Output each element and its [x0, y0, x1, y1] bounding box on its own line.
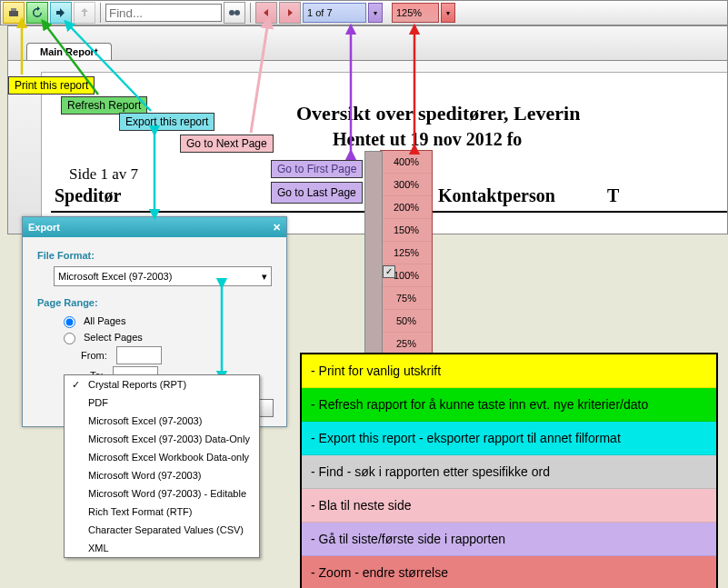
zoom-option[interactable]: 200% [381, 196, 432, 219]
format-option[interactable]: XML [65, 539, 259, 557]
binoculars-icon [228, 6, 241, 19]
format-option[interactable]: Microsoft Excel (97-2003) [65, 412, 259, 430]
zoom-dropdown[interactable]: ▾ [441, 3, 455, 23]
report-title: Oversikt over speditører, Leverin [296, 102, 728, 125]
format-option[interactable]: Microsoft Word (97-2003) [65, 466, 259, 484]
column-t: T [607, 185, 619, 206]
format-option[interactable]: Character Separated Values (CSV) [65, 521, 259, 539]
refresh-icon [31, 6, 44, 19]
tab-main-report[interactable]: Main Report [26, 43, 112, 61]
export-title: Export [28, 222, 60, 233]
zoom-text: 125% [396, 7, 422, 18]
format-option[interactable]: Microsoft Excel (97-2003) Data-Only [65, 430, 259, 448]
legend-row: - Refresh rapport for å kunne taste inn … [302, 388, 716, 422]
printer-icon [7, 6, 20, 19]
radio-select-pages[interactable] [64, 333, 75, 344]
find-input[interactable] [105, 4, 222, 22]
from-label: From: [81, 350, 107, 361]
callout-last: Go to Last Page [271, 182, 363, 204]
callout-export: Export this report [119, 113, 214, 131]
format-dropdown-list[interactable]: Crystal Reports (RPT)PDFMicrosoft Excel … [64, 374, 260, 558]
column-speditor: Speditør [55, 185, 121, 206]
legend-row: - Find - søk i rapporten etter spesifikk… [302, 455, 716, 489]
page-next-icon [284, 6, 296, 19]
svg-point-2 [229, 10, 234, 15]
svg-rect-0 [9, 11, 18, 16]
upload-button[interactable] [74, 2, 95, 24]
page-indicator-text: 1 of 7 [307, 7, 333, 18]
file-format-label: File Format: [37, 250, 272, 261]
export-titlebar: Export ✕ [23, 217, 286, 237]
zoom-checkmark: ✓ [383, 265, 395, 278]
separator [250, 3, 251, 23]
svg-rect-1 [11, 8, 16, 11]
toolbar: 1 of 7 ▾ 125% ▾ [0, 0, 728, 25]
upload-icon [78, 6, 91, 19]
format-option[interactable]: Microsoft Word (97-2003) - Editable [65, 484, 259, 503]
format-option[interactable]: Microsoft Excel Workbook Data-only [65, 448, 259, 466]
column-kontakt: Kontaktperson [438, 185, 555, 206]
report-subtitle: Hentet ut 19 nov 2012 fo [333, 129, 728, 150]
file-format-value: Microsoft Excel (97-2003) [58, 271, 172, 282]
tab-bar: Main Report [7, 25, 728, 62]
format-option[interactable]: PDF [65, 394, 259, 412]
export-icon [55, 6, 67, 19]
zoom-option[interactable]: 400% [381, 151, 432, 174]
legend-row: - Zoom - endre størrelse [302, 556, 716, 588]
zoom-option[interactable]: 75% [381, 287, 432, 310]
radio-all-pages[interactable] [64, 316, 75, 328]
callout-print: Print this report [8, 76, 95, 95]
zoom-indicator[interactable]: 125% [392, 3, 439, 23]
chevron-down-icon: ▾ [262, 271, 267, 283]
select-pages-label: Select Pages [84, 332, 143, 343]
callout-first: Go to First Page [271, 160, 363, 178]
next-page-button[interactable] [279, 2, 301, 24]
zoom-option[interactable]: 150% [381, 219, 432, 242]
zoom-option[interactable]: 300% [381, 174, 432, 196]
zoom-option[interactable]: 125% [381, 242, 432, 264]
legend-row: - Export this report - eksporter rapport… [302, 422, 716, 455]
find-next-button[interactable] [224, 2, 245, 24]
zoom-check-column [364, 151, 383, 355]
format-option[interactable]: Rich Text Format (RTF) [65, 503, 259, 521]
from-input[interactable] [116, 346, 162, 364]
page-dropdown[interactable]: ▾ [368, 3, 383, 23]
zoom-dropdown-list[interactable]: ✓ 400%300%200%150%125%100%75%50%25% [380, 150, 433, 356]
export-button[interactable] [50, 2, 72, 24]
close-icon[interactable]: ✕ [273, 222, 281, 234]
prev-page-button[interactable] [255, 2, 277, 24]
print-button[interactable] [3, 2, 25, 24]
callout-refresh: Refresh Report [61, 96, 147, 115]
file-format-combo[interactable]: Microsoft Excel (97-2003) ▾ [54, 266, 272, 286]
all-pages-label: All Pages [84, 315, 125, 326]
zoom-option[interactable]: 50% [381, 310, 432, 333]
legend-row: - Gå til siste/første side i rapporten [302, 523, 716, 556]
page-prev-icon [260, 6, 273, 19]
page-indicator[interactable]: 1 of 7 [303, 3, 366, 23]
format-option[interactable]: Crystal Reports (RPT) [65, 375, 259, 394]
legend: - Print for vanlig utskrift- Refresh rap… [300, 353, 718, 588]
refresh-button[interactable] [26, 2, 48, 24]
legend-row: - Bla til neste side [302, 489, 716, 523]
separator [100, 3, 101, 23]
callout-next: Go to Next Page [180, 135, 274, 153]
page-count: Side 1 av 7 [69, 165, 138, 184]
svg-point-3 [234, 10, 240, 15]
legend-row: - Print for vanlig utskrift [302, 354, 716, 388]
page-range-label: Page Range: [37, 297, 272, 308]
